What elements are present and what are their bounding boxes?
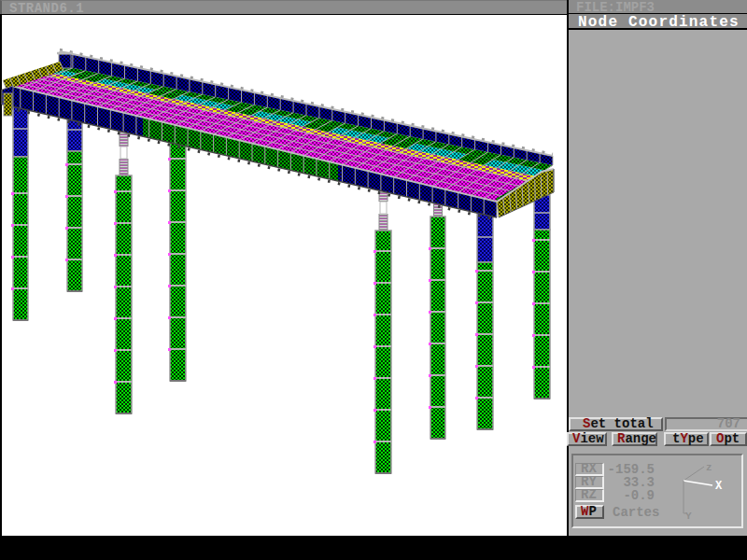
svg-text:X: X — [715, 480, 723, 493]
svg-text:Y: Y — [685, 511, 692, 522]
svg-text:z: z — [706, 462, 712, 473]
